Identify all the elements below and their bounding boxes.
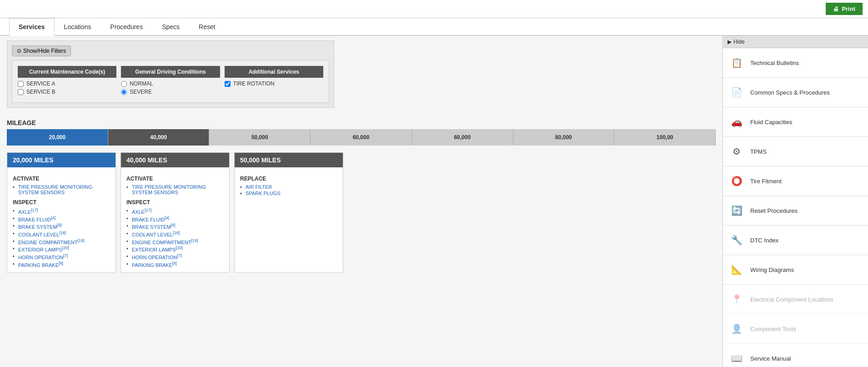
service-link-item[interactable]: PARKING BRAKE[8] <box>13 261 110 268</box>
sidebar-label-tire-fitment: Tire Fitment <box>750 178 782 185</box>
service-col-col40k: 40,000 MILESACTIVATETIRE PRESSURE MONITO… <box>120 152 230 273</box>
toggle-icon: ⊙ <box>17 48 21 54</box>
sidebar-label-reset-procedures: Reset Procedures <box>750 207 798 214</box>
mileage-tick-40k[interactable]: 40,000 <box>108 129 210 146</box>
hide-icon: ▶ <box>728 39 732 45</box>
filter-normal: NORMAL <box>121 80 220 87</box>
sidebar-item-fluid-capacities[interactable]: 🚗Fluid Capacities <box>723 107 868 137</box>
filters-grid: Current Maintenance Code(s) SERVICE A SE… <box>12 60 329 103</box>
mileage-tick-80k[interactable]: 80,000 <box>513 129 615 146</box>
sidebar-label-technical-bulletins: Technical Bulletins <box>750 60 799 66</box>
service-col-header-col20k: 20,000 MILES <box>7 153 115 167</box>
service-link-item[interactable]: TIRE PRESSURE MONITORING SYSTEM SENSORS <box>126 184 224 196</box>
dtc-index-icon: 🔧 <box>728 232 745 248</box>
service-link-item[interactable]: HORN OPERATION[7] <box>13 253 110 261</box>
additional-header: Additional Services <box>225 66 323 78</box>
severe-label: SEVERE <box>130 89 152 95</box>
service-link-item[interactable]: AXLE[17] <box>13 207 110 215</box>
print-icon: 🖨 <box>833 5 839 12</box>
print-button[interactable]: 🖨 Print <box>826 3 863 15</box>
show-hide-label: Show/Hide Filters <box>23 48 66 54</box>
service-link-item[interactable]: COOLANT LEVEL[18] <box>126 230 224 238</box>
sidebar-label-common-specs: Common Specs & Procedures <box>750 89 830 96</box>
section-title-activate: ACTIVATE <box>126 176 224 182</box>
service-manual-icon: 📖 <box>728 350 745 367</box>
print-label: Print <box>842 5 855 12</box>
service-link-item[interactable]: COOLANT LEVEL[18] <box>13 230 110 238</box>
service-link-item[interactable]: BRAKE SYSTEM[9] <box>126 222 224 230</box>
sidebar-item-technical-bulletins[interactable]: 📋Technical Bulletins <box>723 48 868 78</box>
service-link-item[interactable]: BRAKE FLUID[4] <box>13 215 110 223</box>
service-link-item[interactable]: SPARK PLUGS <box>240 190 337 196</box>
service-link-item[interactable]: BRAKE FLUID[4] <box>126 215 224 223</box>
normal-radio[interactable] <box>121 81 127 87</box>
sidebar-item-common-specs[interactable]: 📄Common Specs & Procedures <box>723 78 868 107</box>
sidebar-item-tpms[interactable]: ⚙TPMS <box>723 137 868 166</box>
component-tests-icon: 👤 <box>728 321 745 337</box>
mileage-tick-50k[interactable]: 50,000 <box>209 129 311 146</box>
service-link-item[interactable]: AXLE[17] <box>126 207 224 215</box>
top-bar: 🖨 Print <box>0 0 868 18</box>
mileage-tick-60k-1[interactable]: 60,000 <box>311 129 412 146</box>
severe-radio[interactable] <box>121 89 127 95</box>
tab-locations[interactable]: Locations <box>55 18 101 35</box>
service-b-label: SERVICE B <box>26 89 55 95</box>
service-link-item[interactable]: ENGINE COMPARTMENT[19] <box>126 238 224 246</box>
mileage-tick-20k[interactable]: 20,000 <box>7 129 108 146</box>
sidebar-hide-bar[interactable]: ▶ Hide <box>723 36 868 48</box>
hide-label: Hide <box>733 39 745 45</box>
sidebar-item-component-tests: 👤Component Tests <box>723 314 868 344</box>
tpms-icon: ⚙ <box>728 143 745 160</box>
tab-specs[interactable]: Specs <box>152 18 189 35</box>
common-specs-icon: 📄 <box>728 84 745 101</box>
technical-bulletins-icon: 📋 <box>728 55 745 71</box>
tire-rotation-checkbox[interactable] <box>225 81 231 87</box>
tab-procedures[interactable]: Procedures <box>101 18 153 35</box>
filters-panel: ⊙ Show/Hide Filters Current Maintenance … <box>7 40 334 108</box>
filter-service-b: SERVICE B <box>18 89 116 95</box>
sidebar-item-dtc-index[interactable]: 🔧DTC Index <box>723 226 868 255</box>
sidebar-label-tpms: TPMS <box>750 148 767 155</box>
sidebar-item-reset-procedures[interactable]: 🔄Reset Procedures <box>723 196 868 226</box>
sidebar-label-service-manual: Service Manual <box>750 355 791 362</box>
service-a-checkbox[interactable] <box>18 81 24 87</box>
tab-services[interactable]: Services <box>9 18 55 36</box>
service-link-item[interactable]: PARKING BRAKE[8] <box>126 261 224 268</box>
wiring-diagrams-icon: 📐 <box>728 261 745 278</box>
tab-reset[interactable]: Reset <box>189 18 225 35</box>
service-link-item[interactable]: BRAKE SYSTEM[9] <box>13 222 110 230</box>
sidebar-item-wiring-diagrams[interactable]: 📐Wiring Diagrams <box>723 255 868 285</box>
filter-tire-rotation: TIRE ROTATION <box>225 80 323 87</box>
service-link-item[interactable]: AIR FILTER <box>240 184 337 190</box>
service-link-item[interactable]: ENGINE COMPARTMENT[19] <box>13 238 110 246</box>
reset-procedures-icon: 🔄 <box>728 202 745 219</box>
normal-label: NORMAL <box>130 80 153 87</box>
service-link-item[interactable]: HORN OPERATION[7] <box>126 253 224 261</box>
sidebar-item-tire-fitment[interactable]: ⭕Tire Fitment <box>723 166 868 196</box>
content-area: ⊙ Show/Hide Filters Current Maintenance … <box>0 36 722 367</box>
service-col-col20k: 20,000 MILESACTIVATETIRE PRESSURE MONITO… <box>7 152 116 273</box>
service-b-checkbox[interactable] <box>18 89 24 95</box>
tire-fitment-icon: ⭕ <box>728 173 745 189</box>
service-link-item[interactable]: TIRE PRESSURE MONITORING SYSTEM SENSORS <box>13 184 110 196</box>
mileage-bar: 20,000 40,000 50,000 60,000 60,000 80,00… <box>7 129 716 146</box>
filter-col-maintenance: Current Maintenance Code(s) SERVICE A SE… <box>18 66 116 97</box>
service-col-col50k: 50,000 MILESREPLACEAIR FILTERSPARK PLUGS <box>234 152 343 273</box>
filter-col-driving: General Driving Conditions NORMAL SEVERE <box>121 66 220 97</box>
service-link-item[interactable]: EXTERIOR LAMPS[20] <box>13 245 110 253</box>
section-title-replace: REPLACE <box>240 176 337 182</box>
mileage-tick-100k[interactable]: 100,00 <box>614 129 716 146</box>
sidebar-items: 📋Technical Bulletins📄Common Specs & Proc… <box>723 48 868 367</box>
sidebar-item-service-manual[interactable]: 📖Service Manual <box>723 344 868 367</box>
service-link-item[interactable]: EXTERIOR LAMPS[20] <box>126 245 224 253</box>
section-title-activate: ACTIVATE <box>13 176 110 182</box>
mileage-tick-60k-2[interactable]: 60,000 <box>412 129 513 146</box>
tire-rotation-label: TIRE ROTATION <box>233 80 275 87</box>
filter-col-additional: Additional Services TIRE ROTATION <box>225 66 323 97</box>
service-col-body-col20k: ACTIVATETIRE PRESSURE MONITORING SYSTEM … <box>7 167 115 272</box>
section-title-inspect: INSPECT <box>126 199 224 206</box>
service-col-header-col40k: 40,000 MILES <box>121 153 229 167</box>
service-columns: 20,000 MILESACTIVATETIRE PRESSURE MONITO… <box>7 152 716 273</box>
show-hide-filters-button[interactable]: ⊙ Show/Hide Filters <box>12 45 71 56</box>
service-col-body-col40k: ACTIVATETIRE PRESSURE MONITORING SYSTEM … <box>121 167 229 272</box>
